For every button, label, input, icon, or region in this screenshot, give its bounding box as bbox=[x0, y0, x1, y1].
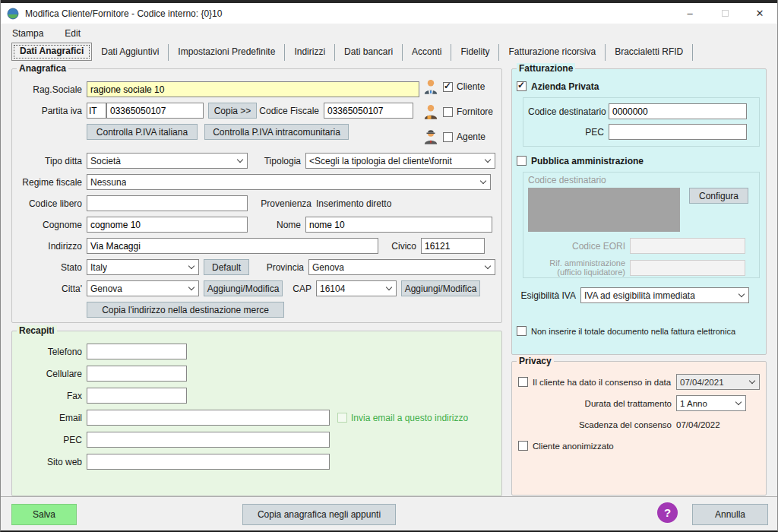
cliente-anonimizzato-checkbox[interactable] bbox=[518, 441, 528, 451]
azienda-privata-checkbox[interactable] bbox=[517, 81, 527, 91]
tab-impostazioni-predefinite[interactable]: Impostazioni Predefinite bbox=[169, 44, 285, 61]
controlla-piva-intracomunitaria-button[interactable]: Controlla P.IVA intracomunitaria bbox=[204, 124, 349, 140]
citta-select[interactable]: Genova bbox=[87, 280, 199, 296]
non-inserire-totale-checkbox-label: Non inserire il totale documento nella f… bbox=[531, 327, 735, 336]
pubblica-amministrazione-checkbox-label: Pubblica amministrazione bbox=[531, 156, 644, 166]
tipo-ditta-label: Tipo ditta bbox=[17, 156, 82, 166]
fax-input[interactable] bbox=[87, 388, 187, 404]
fornitore-checkbox[interactable] bbox=[443, 107, 453, 117]
tipo-ditta-select[interactable]: Società bbox=[87, 153, 248, 169]
controlla-piva-italiana-button[interactable]: Controlla P.IVA italiana bbox=[87, 124, 198, 140]
chevron-down-icon bbox=[749, 377, 755, 383]
partita-iva-label: Partita iva bbox=[17, 106, 82, 116]
tab-indirizzi[interactable]: Indirizzi bbox=[285, 44, 335, 61]
tab-dati-anagrafici[interactable]: Dati Anagrafici bbox=[11, 43, 92, 61]
copia-piva-button[interactable]: Copia >> bbox=[208, 103, 257, 119]
pa-codice-destinatario-area bbox=[528, 188, 680, 232]
configura-button[interactable]: Configura bbox=[689, 188, 748, 204]
codice-destinatario-label: Codice destinatario bbox=[528, 106, 604, 117]
menu-bar: Stampa Edit bbox=[1, 24, 777, 43]
close-button[interactable]: ✕ bbox=[742, 3, 777, 24]
stato-label: Stato bbox=[17, 262, 82, 273]
menu-edit[interactable]: Edit bbox=[65, 28, 81, 39]
title-bar: Modifica Cliente/Fornitore - Codice inte… bbox=[1, 3, 777, 24]
menu-stampa[interactable]: Stampa bbox=[12, 28, 43, 39]
chevron-down-icon bbox=[188, 262, 194, 268]
azienda-privata-panel: Codice destinatario PEC bbox=[523, 97, 760, 147]
aggiungi-cap-button[interactable]: Aggiungi/Modifica bbox=[401, 280, 480, 296]
regime-fiscale-label: Regime fiscale bbox=[17, 177, 82, 188]
email-input[interactable] bbox=[87, 410, 330, 426]
window-title: Modifica Cliente/Fornitore - Codice inte… bbox=[25, 8, 222, 19]
stato-select[interactable]: Italy bbox=[87, 259, 199, 275]
tipologia-select[interactable]: <Scegli la tipologia del cliente\fornit bbox=[305, 153, 495, 169]
rag-sociale-input[interactable] bbox=[87, 81, 419, 97]
aggiungi-citta-button[interactable]: Aggiungi/Modifica bbox=[204, 280, 283, 296]
civico-input[interactable] bbox=[421, 238, 485, 254]
nome-input[interactable] bbox=[305, 217, 492, 233]
copia-indirizzo-button[interactable]: Copia l'indirizzo nella destinazione mer… bbox=[87, 302, 284, 318]
tab-acconti[interactable]: Acconti bbox=[403, 44, 451, 61]
rif-amministrazione-label-line1: Rif. amministrazione bbox=[549, 258, 625, 268]
help-icon[interactable]: ? bbox=[657, 502, 678, 523]
codice-destinatario-input[interactable] bbox=[609, 103, 747, 119]
cliente-checkbox[interactable] bbox=[443, 82, 453, 92]
partita-iva-prefix-input[interactable] bbox=[87, 103, 106, 119]
telefono-input[interactable] bbox=[87, 344, 187, 359]
rif-amministrazione-input bbox=[630, 260, 745, 276]
salva-button[interactable]: Salva bbox=[11, 504, 77, 525]
regime-fiscale-select[interactable]: Nessuna bbox=[87, 174, 491, 190]
chevron-down-icon bbox=[386, 283, 392, 290]
pubblica-amministrazione-panel: Codice destinatario Configura Codice EOR… bbox=[523, 172, 760, 278]
app-icon bbox=[7, 8, 19, 20]
tab-fidelity[interactable]: Fidelity bbox=[451, 44, 499, 61]
cap-select[interactable]: 16104 bbox=[316, 280, 397, 296]
recapiti-section: Recapiti Telefono Cellulare Fax Email bbox=[11, 331, 502, 496]
esigibilita-iva-select[interactable]: IVA ad esigibilità immediata bbox=[580, 287, 749, 303]
tab-dati-bancari[interactable]: Dati bancari bbox=[335, 44, 403, 61]
codice-libero-input[interactable] bbox=[87, 195, 248, 211]
pec-input[interactable] bbox=[87, 432, 330, 448]
chevron-down-icon bbox=[485, 156, 491, 162]
rag-sociale-label: Rag.Sociale bbox=[17, 84, 82, 95]
scadenza-consenso-value: 07/04/2022 bbox=[676, 420, 748, 429]
copia-anagrafica-button[interactable]: Copia anagrafica negli appunti bbox=[242, 504, 396, 525]
agente-checkbox[interactable] bbox=[443, 132, 453, 142]
pubblica-amministrazione-checkbox[interactable] bbox=[517, 156, 527, 166]
tab-braccialetti-rfid[interactable]: Braccialetti RFID bbox=[606, 44, 693, 61]
invia-email-checkbox[interactable] bbox=[337, 413, 347, 423]
role-fornitore: Fornitore bbox=[422, 102, 498, 122]
maximize-button[interactable] bbox=[707, 3, 742, 24]
civico-label: Civico bbox=[378, 241, 416, 252]
codice-eori-input bbox=[630, 238, 745, 254]
partita-iva-input[interactable] bbox=[106, 103, 204, 119]
codice-fiscale-input[interactable] bbox=[324, 103, 413, 119]
cognome-input[interactable] bbox=[87, 217, 248, 233]
codice-libero-label: Codice libero bbox=[17, 198, 82, 209]
codice-eori-label: Codice EORI bbox=[528, 241, 625, 252]
non-inserire-totale-checkbox[interactable] bbox=[517, 326, 527, 336]
minimize-button[interactable]: – bbox=[672, 3, 707, 24]
provenienza-value: Inserimento diretto bbox=[316, 198, 391, 209]
provincia-select[interactable]: Genova bbox=[308, 259, 495, 275]
tab-strip: Dati Anagrafici Dati Aggiuntivi Impostaz… bbox=[1, 43, 777, 61]
tab-dati-aggiuntivi[interactable]: Dati Aggiuntivi bbox=[92, 44, 169, 61]
recapiti-section-title: Recapiti bbox=[17, 325, 57, 336]
default-button[interactable]: Default bbox=[204, 259, 249, 275]
cellulare-input[interactable] bbox=[87, 366, 187, 382]
durata-trattamento-select[interactable]: 1 Anno bbox=[676, 395, 746, 411]
fatturazione-section-title: Fatturazione bbox=[517, 63, 575, 74]
privacy-section-title: Privacy bbox=[517, 356, 554, 366]
chevron-down-icon bbox=[237, 156, 243, 162]
scadenza-consenso-label: Scadenza del consenso bbox=[518, 420, 672, 429]
annulla-button[interactable]: Annulla bbox=[692, 504, 768, 525]
consenso-checkbox[interactable] bbox=[518, 377, 528, 387]
tab-fatturazione-ricorsiva[interactable]: Fatturazione ricorsiva bbox=[499, 44, 606, 61]
indirizzo-input[interactable] bbox=[87, 238, 378, 254]
pec-label: PEC bbox=[17, 435, 82, 445]
anagrafica-section-title: Anagrafica bbox=[17, 63, 68, 74]
sito-web-input[interactable] bbox=[87, 454, 330, 470]
fatturazione-pec-input[interactable] bbox=[609, 124, 747, 140]
chevron-down-icon bbox=[188, 283, 194, 290]
fatturazione-section: Fatturazione Azienda Privata Codice dest… bbox=[511, 68, 767, 355]
